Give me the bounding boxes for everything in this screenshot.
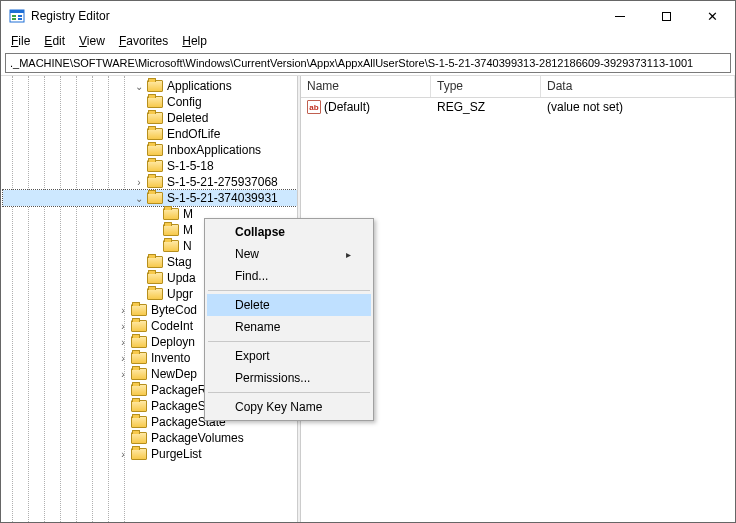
folder-icon [147,288,163,300]
value-name: (Default) [324,100,370,114]
values-header: Name Type Data [301,76,735,98]
chevron-right-icon[interactable]: › [115,446,131,462]
ctx-delete[interactable]: Delete [207,294,371,316]
folder-icon [131,352,147,364]
tree-item-label: Deleted [167,111,214,125]
svg-rect-5 [18,18,22,20]
chevron-right-icon[interactable]: › [115,334,131,350]
tree-item[interactable]: PackageVolumes [3,430,297,446]
tree-item[interactable]: ⌄Applications [3,78,297,94]
svg-rect-2 [12,15,16,17]
address-bar[interactable]: ._MACHINE\SOFTWARE\Microsoft\Windows\Cur… [5,53,731,73]
tree-item-label: S-1-5-18 [167,159,220,173]
tree-item-label: Upgr [167,287,199,301]
ctx-permissions[interactable]: Permissions... [207,367,371,389]
tree-item[interactable]: Deleted [3,110,297,126]
svg-rect-1 [10,10,24,13]
menu-help[interactable]: Help [176,32,213,50]
column-name[interactable]: Name [301,76,431,97]
window-title: Registry Editor [31,9,597,23]
tree-item-label: S-1-5-21-275937068 [167,175,284,189]
maximize-button[interactable] [643,1,689,31]
folder-icon [147,160,163,172]
folder-icon [147,272,163,284]
tree-spacer [115,398,131,414]
value-data: (value not set) [541,100,735,114]
tree-item-label: InboxApplications [167,143,267,157]
ctx-find[interactable]: Find... [207,265,371,287]
folder-icon [163,224,179,236]
tree-item[interactable]: InboxApplications [3,142,297,158]
window-frame: Registry Editor ✕ File Edit View Favorit… [0,0,736,523]
chevron-right-icon[interactable]: › [115,318,131,334]
ctx-separator [208,290,370,291]
tree-spacer [147,206,163,222]
tree-spacer [115,382,131,398]
chevron-down-icon[interactable]: ⌄ [131,190,147,206]
menu-view[interactable]: View [73,32,111,50]
ctx-separator [208,392,370,393]
chevron-right-icon[interactable]: › [115,350,131,366]
minimize-icon [615,16,625,17]
tree-item-label: Invento [151,351,196,365]
tree-spacer [147,238,163,254]
tree-item-label: Applications [167,79,238,93]
folder-icon [131,432,147,444]
tree-spacer [131,286,147,302]
tree-item-label: Upda [167,271,202,285]
ctx-rename[interactable]: Rename [207,316,371,338]
ctx-export[interactable]: Export [207,345,371,367]
tree-item[interactable]: ⌄S-1-5-21-374039931 [3,190,297,206]
folder-icon [131,400,147,412]
menu-file[interactable]: File [5,32,36,50]
folder-icon [131,384,147,396]
folder-icon [131,448,147,460]
folder-icon [147,80,163,92]
tree-spacer [115,414,131,430]
close-button[interactable]: ✕ [689,1,735,31]
tree-item-label: ByteCod [151,303,203,317]
tree-item[interactable]: EndOfLife [3,126,297,142]
tree-item-label: CodeInt [151,319,199,333]
folder-icon [131,336,147,348]
tree-item[interactable]: ›S-1-5-21-275937068 [3,174,297,190]
folder-icon [147,176,163,188]
close-icon: ✕ [707,10,718,23]
tree-spacer [131,126,147,142]
tree-item[interactable]: S-1-5-18 [3,158,297,174]
tree-spacer [131,270,147,286]
chevron-down-icon[interactable]: ⌄ [131,78,147,94]
ctx-new[interactable]: New [207,243,371,265]
chevron-right-icon[interactable]: › [115,302,131,318]
column-type[interactable]: Type [431,76,541,97]
column-data[interactable]: Data [541,76,735,97]
chevron-right-icon[interactable]: › [115,366,131,382]
value-type: REG_SZ [431,100,541,114]
chevron-right-icon[interactable]: › [131,174,147,190]
tree-item-label: N [183,239,198,253]
title-bar[interactable]: Registry Editor ✕ [1,1,735,31]
tree-item-label: Config [167,95,208,109]
folder-icon [147,112,163,124]
folder-icon [131,368,147,380]
menu-edit[interactable]: Edit [38,32,71,50]
reg-sz-icon: ab [307,100,321,114]
tree-item-label: PackageVolumes [151,431,250,445]
tree-spacer [115,430,131,446]
value-row[interactable]: ab (Default) REG_SZ (value not set) [301,98,735,116]
menu-favorites[interactable]: Favorites [113,32,174,50]
regedit-icon [9,8,25,24]
folder-icon [147,96,163,108]
folder-icon [147,144,163,156]
svg-rect-4 [18,15,22,17]
tree-item[interactable]: ›PurgeList [3,446,297,462]
tree-spacer [131,158,147,174]
minimize-button[interactable] [597,1,643,31]
ctx-copy-key-name[interactable]: Copy Key Name [207,396,371,418]
ctx-separator [208,341,370,342]
tree-spacer [131,254,147,270]
ctx-collapse[interactable]: Collapse [207,221,371,243]
tree-item[interactable]: Config [3,94,297,110]
tree-item-label: S-1-5-21-374039931 [167,191,284,205]
tree-item-label: Stag [167,255,198,269]
